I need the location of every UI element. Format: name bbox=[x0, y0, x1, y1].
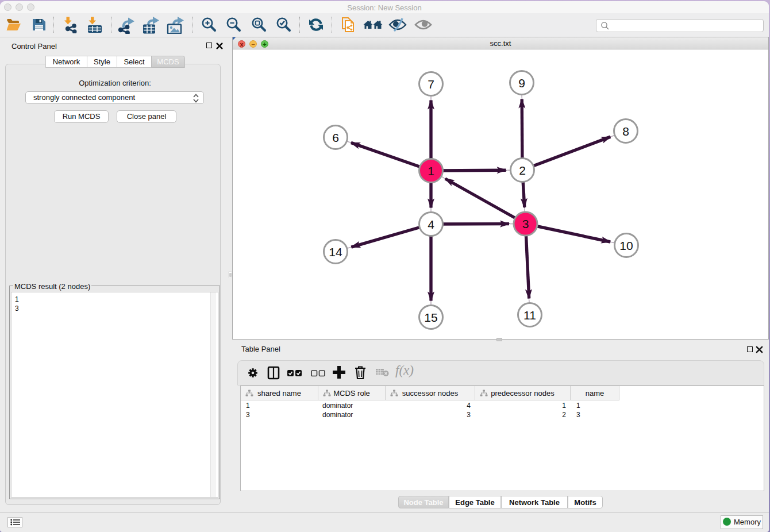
svg-text:9: 9 bbox=[518, 76, 525, 90]
svg-text:3: 3 bbox=[522, 217, 529, 230]
svg-text:1: 1 bbox=[428, 164, 434, 178]
svg-text:8: 8 bbox=[622, 125, 629, 138]
svg-text:7: 7 bbox=[428, 78, 434, 91]
svg-text:10: 10 bbox=[619, 239, 633, 252]
svg-text:6: 6 bbox=[332, 131, 339, 144]
svg-text:2: 2 bbox=[519, 164, 526, 177]
svg-text:11: 11 bbox=[523, 309, 536, 322]
svg-text:15: 15 bbox=[424, 311, 437, 324]
svg-text:14: 14 bbox=[329, 245, 342, 259]
svg-text:4: 4 bbox=[428, 218, 434, 231]
